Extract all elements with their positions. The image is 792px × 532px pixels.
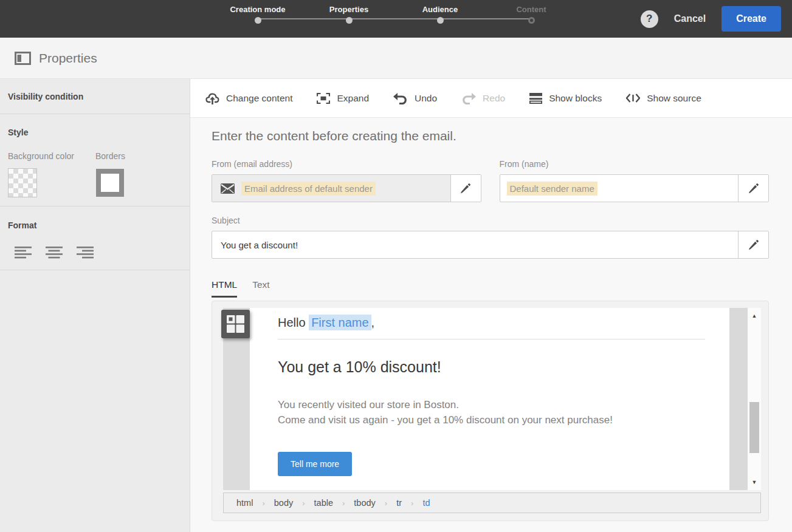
step-dot xyxy=(437,17,444,24)
edit-subject-button[interactable] xyxy=(738,231,768,258)
edit-from-name-button[interactable] xyxy=(738,175,768,202)
breadcrumb-item-td[interactable]: td xyxy=(422,498,430,508)
properties-sidebar: Visibility condition Style Background co… xyxy=(0,79,190,532)
email-body-text: You recently visited our store in Boston… xyxy=(278,397,705,428)
background-color-swatch[interactable] xyxy=(8,168,37,197)
breadcrumb-item-html[interactable]: html xyxy=(236,498,253,508)
section-title: Visibility condition xyxy=(8,92,83,101)
content-heading: Enter the content before creating the em… xyxy=(212,129,769,143)
borders-label: Borders xyxy=(95,151,125,161)
scrollbar-thumb[interactable] xyxy=(749,402,759,453)
tool-label: Change content xyxy=(226,93,292,104)
from-email-field-group: From (email address) xyxy=(212,159,481,202)
email-properties-screen: Creation mode Properties Audience Conten… xyxy=(0,0,792,532)
subject-label: Subject xyxy=(212,216,769,225)
background-color-label: Background color xyxy=(8,151,95,161)
greeting-line: Hello First name, xyxy=(278,316,705,330)
preview-tabs: HTML Text xyxy=(212,279,769,298)
personalization-token[interactable]: First name xyxy=(309,315,371,330)
greeting-prefix: Hello xyxy=(278,316,309,329)
panel-layout-icon xyxy=(15,52,31,65)
align-right-icon[interactable] xyxy=(75,245,95,260)
preview-scrollbar[interactable]: ▲ ▼ xyxy=(748,308,761,490)
tool-label: Redo xyxy=(483,93,505,104)
edit-from-email-button[interactable] xyxy=(450,175,481,202)
canvas-right-gutter xyxy=(729,308,748,490)
create-button[interactable]: Create xyxy=(721,6,781,32)
subject-value: You get a discount! xyxy=(221,240,298,250)
align-center-icon[interactable] xyxy=(44,245,64,260)
borders-swatch[interactable] xyxy=(96,169,124,197)
section-title: Style xyxy=(8,128,28,137)
show-source-button[interactable]: Show source xyxy=(626,93,701,104)
from-name-label: From (name) xyxy=(500,159,770,169)
body-line: Come and visit us again - you get a 10% … xyxy=(278,412,705,428)
breadcrumb-item-tr[interactable]: tr xyxy=(396,498,402,508)
topbar-actions: ? Cancel Create xyxy=(641,0,781,38)
help-icon[interactable]: ? xyxy=(641,10,658,28)
chevron-right-icon: › xyxy=(342,499,345,508)
cancel-button[interactable]: Cancel xyxy=(674,13,706,24)
breadcrumb-item-table[interactable]: table xyxy=(314,498,333,508)
tab-text[interactable]: Text xyxy=(252,279,269,298)
undo-arrow-icon xyxy=(393,92,408,104)
greeting-suffix: , xyxy=(371,316,375,329)
subject-field-group: Subject You get a discount! xyxy=(212,216,769,259)
divider xyxy=(278,339,705,339)
step-dot xyxy=(255,17,261,24)
scroll-down-icon[interactable]: ▼ xyxy=(748,479,761,485)
scroll-up-icon[interactable]: ▲ xyxy=(748,313,761,319)
body-line: You recently visited our store in Boston… xyxy=(278,397,705,412)
editor-toolbar: Change content Expand xyxy=(190,79,792,118)
tool-label: Undo xyxy=(415,93,437,104)
expand-button[interactable]: Expand xyxy=(317,93,369,104)
pencil-icon xyxy=(748,183,759,194)
chevron-right-icon: › xyxy=(385,499,387,508)
section-title: Format xyxy=(8,220,36,230)
chevron-right-icon: › xyxy=(302,499,305,508)
wizard-stepper: Creation mode Properties Audience Conten… xyxy=(212,0,577,38)
undo-button[interactable]: Undo xyxy=(393,92,437,104)
email-body-editor[interactable]: Hello First name, You get a 10% discount… xyxy=(250,308,729,490)
blocks-icon xyxy=(529,93,542,104)
page-header: Properties xyxy=(0,38,792,79)
redo-button: Redo xyxy=(461,92,505,104)
step-dot xyxy=(528,17,535,24)
align-left-icon[interactable] xyxy=(13,245,33,260)
main-panel: Change content Expand xyxy=(190,79,792,532)
pencil-icon xyxy=(460,183,471,194)
from-email-label: From (email address) xyxy=(212,159,481,169)
breadcrumb-item-tbody[interactable]: tbody xyxy=(354,498,375,508)
tell-me-more-button[interactable]: Tell me more xyxy=(278,452,352,476)
code-icon xyxy=(626,94,640,103)
step-dot xyxy=(346,17,353,24)
cloud-upload-icon xyxy=(205,92,219,105)
chevron-right-icon: › xyxy=(262,499,264,508)
step-label: Content xyxy=(486,5,577,14)
step-label: Creation mode xyxy=(212,5,303,14)
from-name-field-group: From (name) Default sender name xyxy=(500,159,770,202)
step-content[interactable]: Content xyxy=(486,0,577,24)
from-name-input[interactable]: Default sender name xyxy=(500,174,770,202)
change-content-button[interactable]: Change content xyxy=(205,92,292,105)
step-properties[interactable]: Properties xyxy=(303,0,394,24)
canvas-left-gutter xyxy=(223,308,250,490)
email-canvas: Hello First name, You get a 10% discount… xyxy=(223,308,761,490)
visibility-condition-section[interactable]: Visibility condition xyxy=(0,79,190,114)
tool-label: Show source xyxy=(647,93,701,104)
format-section: Format xyxy=(0,206,190,270)
from-email-input[interactable]: Email address of default sender xyxy=(212,174,481,202)
envelope-icon xyxy=(221,183,235,194)
show-blocks-button[interactable]: Show blocks xyxy=(529,93,602,104)
subject-input[interactable]: You get a discount! xyxy=(212,231,769,259)
block-grid-icon[interactable] xyxy=(221,310,250,338)
email-preview-container: Hello First name, You get a 10% discount… xyxy=(212,301,769,521)
dom-breadcrumb: html › body › table › tbody › tr › td xyxy=(223,493,761,513)
step-audience[interactable]: Audience xyxy=(394,0,486,24)
step-label: Properties xyxy=(303,5,394,14)
pencil-icon xyxy=(748,239,759,250)
breadcrumb-item-body[interactable]: body xyxy=(274,498,293,508)
tool-label: Show blocks xyxy=(549,93,602,104)
tab-html[interactable]: HTML xyxy=(212,279,237,298)
step-creation-mode[interactable]: Creation mode xyxy=(212,0,303,24)
